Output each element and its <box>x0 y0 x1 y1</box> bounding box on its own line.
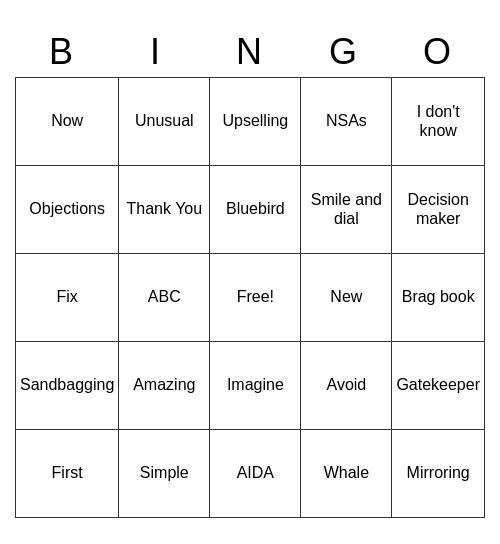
bingo-header: BINGO <box>15 27 485 77</box>
cell-r4-c3: Whale <box>301 430 392 518</box>
cell-content: Thank You <box>127 199 203 218</box>
cell-r2-c1: ABC <box>119 254 210 342</box>
header-letter: B <box>15 27 109 77</box>
cell-content: Gatekeeper <box>396 375 480 394</box>
cell-r0-c2: Upselling <box>210 78 301 166</box>
cell-content: New <box>330 287 362 306</box>
bingo-grid: NowUnusualUpsellingNSAsI don't knowObjec… <box>15 77 485 518</box>
cell-r3-c4: Gatekeeper <box>392 342 485 430</box>
cell-content: Sandbagging <box>20 375 114 394</box>
cell-r0-c4: I don't know <box>392 78 485 166</box>
cell-content: AIDA <box>237 463 274 482</box>
header-letter: N <box>203 27 297 77</box>
cell-content: Objections <box>29 199 105 218</box>
cell-r4-c2: AIDA <box>210 430 301 518</box>
header-letter: O <box>391 27 485 77</box>
cell-content: Imagine <box>227 375 284 394</box>
cell-content: Smile and dial <box>305 190 387 228</box>
header-letter: G <box>297 27 391 77</box>
cell-content: NSAs <box>326 111 367 130</box>
cell-r2-c0: Fix <box>16 254 119 342</box>
cell-r4-c4: Mirroring <box>392 430 485 518</box>
cell-content: Fix <box>56 287 77 306</box>
cell-content: Amazing <box>133 375 195 394</box>
cell-r0-c1: Unusual <box>119 78 210 166</box>
cell-r3-c0: Sandbagging <box>16 342 119 430</box>
cell-r0-c3: NSAs <box>301 78 392 166</box>
cell-content: Decision maker <box>396 190 480 228</box>
cell-r4-c1: Simple <box>119 430 210 518</box>
cell-content: First <box>52 463 83 482</box>
cell-content: Mirroring <box>407 463 470 482</box>
cell-r4-c0: First <box>16 430 119 518</box>
cell-content: Avoid <box>327 375 367 394</box>
cell-r1-c1: Thank You <box>119 166 210 254</box>
cell-r1-c2: Bluebird <box>210 166 301 254</box>
cell-r0-c0: Now <box>16 78 119 166</box>
cell-content: ABC <box>148 287 181 306</box>
header-letter: I <box>109 27 203 77</box>
cell-r2-c3: New <box>301 254 392 342</box>
cell-r2-c2: Free! <box>210 254 301 342</box>
cell-content: Upselling <box>222 111 288 130</box>
cell-content: I don't know <box>396 102 480 140</box>
cell-r3-c1: Amazing <box>119 342 210 430</box>
cell-r3-c3: Avoid <box>301 342 392 430</box>
cell-r2-c4: Brag book <box>392 254 485 342</box>
cell-r1-c3: Smile and dial <box>301 166 392 254</box>
cell-content: Simple <box>140 463 189 482</box>
cell-r3-c2: Imagine <box>210 342 301 430</box>
bingo-card: BINGO NowUnusualUpsellingNSAsI don't kno… <box>15 27 485 518</box>
cell-r1-c4: Decision maker <box>392 166 485 254</box>
cell-content: Now <box>51 111 83 130</box>
cell-content: Whale <box>324 463 369 482</box>
cell-content: Brag book <box>402 287 475 306</box>
cell-content: Free! <box>237 287 274 306</box>
cell-content: Unusual <box>135 111 194 130</box>
cell-r1-c0: Objections <box>16 166 119 254</box>
cell-content: Bluebird <box>226 199 285 218</box>
